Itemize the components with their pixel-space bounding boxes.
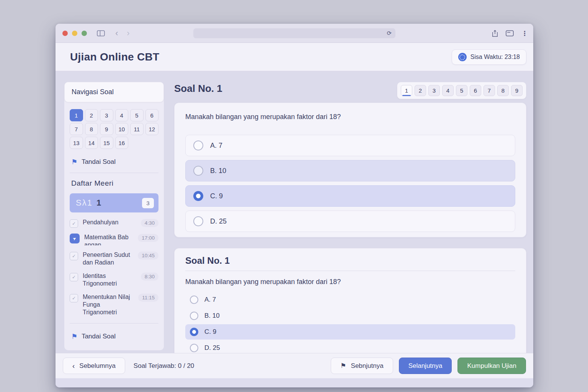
sidebar-divider xyxy=(70,173,158,173)
option-a[interactable]: A. 7 xyxy=(185,135,515,156)
list-item[interactable]: ➤ Matematika Babangan 17:00 xyxy=(70,234,158,245)
item-label: Menentukan Nilaj xyxy=(83,294,130,300)
sidebar: Navigasi Soal 1 2 3 4 5 6 7 8 9 10 11 12… xyxy=(64,82,164,350)
page-1[interactable]: 1 xyxy=(401,85,412,96)
zoom-window-button[interactable] xyxy=(82,31,87,36)
item-label-2: Trigonometri xyxy=(83,280,117,287)
item-label: Identitas xyxy=(83,273,106,279)
forward-icon[interactable]: › xyxy=(122,29,134,38)
radio-icon[interactable] xyxy=(190,296,198,304)
list-item[interactable]: ✓ Pendahulyan 4:30 xyxy=(70,219,158,228)
list-item[interactable]: ✓ Peneertian Sudutdan Radian 10:45 xyxy=(70,251,158,266)
question-number-5[interactable]: 5 xyxy=(130,109,144,121)
page-2[interactable]: 2 xyxy=(415,85,426,96)
option-label: B. 10 xyxy=(210,167,226,175)
list-item[interactable]: ✓ IdentitasTrigonometri 8:30 xyxy=(70,272,158,287)
question-title: Soal No. 1 xyxy=(174,83,222,95)
item-label: Peneertian Sudut xyxy=(83,252,130,258)
active-material-item[interactable]: Sλ1 1 3 xyxy=(70,193,158,212)
close-window-button[interactable] xyxy=(62,31,68,36)
option-label: A. 7 xyxy=(210,142,222,150)
question-number-14[interactable]: 14 xyxy=(85,137,98,149)
page-6[interactable]: 6 xyxy=(470,85,481,96)
question-number-4[interactable]: 4 xyxy=(115,109,129,121)
page-7[interactable]: 7 xyxy=(483,85,495,96)
card-divider xyxy=(185,271,515,271)
question-card: Manakah bilangan yang merupakan faktor d… xyxy=(174,103,526,237)
clock-icon xyxy=(458,53,467,61)
page-5[interactable]: 5 xyxy=(456,85,467,96)
question-number-13[interactable]: 13 xyxy=(70,137,83,149)
chevron-left-icon: ‹ xyxy=(72,362,75,370)
window-bottom-strip xyxy=(56,378,533,387)
radio-icon[interactable] xyxy=(190,344,198,352)
option-b[interactable]: B. 10 xyxy=(185,308,515,323)
tabs-icon[interactable] xyxy=(506,30,514,36)
question-number-6[interactable]: 6 xyxy=(145,109,159,121)
submit-exam-button[interactable]: Kumpulkan Ujian xyxy=(457,358,526,374)
page-3[interactable]: 3 xyxy=(428,85,440,96)
option-b[interactable]: B. 10 xyxy=(185,160,515,181)
question-number-3[interactable]: 3 xyxy=(100,109,113,121)
question-number-8[interactable]: 8 xyxy=(85,123,98,135)
window-controls xyxy=(62,31,87,36)
checkbox-icon[interactable]: ✓ xyxy=(70,294,78,302)
active-item-prefix: Sλ1 xyxy=(76,198,93,208)
next-button[interactable]: Selanjutnya xyxy=(399,358,452,374)
question-number-11[interactable]: 11 xyxy=(130,123,144,135)
radio-selected-icon[interactable] xyxy=(190,328,198,336)
share-icon[interactable] xyxy=(492,30,498,37)
page-title: Ujian Online CBT xyxy=(70,51,159,63)
footer-actions: ⚑ Sebnjutnya Selanjutnya Kumpulkan Ujian xyxy=(331,358,526,374)
question-number-10[interactable]: 10 xyxy=(115,123,129,135)
question-number-1[interactable]: 1 xyxy=(70,109,83,121)
option-d[interactable]: D. 25 xyxy=(185,211,515,232)
option-a[interactable]: A. 7 xyxy=(185,292,515,307)
flag-next-label: Sebnjutnya xyxy=(351,362,384,370)
pagination: 1 2 3 4 5 6 7 8 9 xyxy=(397,82,526,99)
item-duration: 4:30 xyxy=(141,219,158,227)
address-bar[interactable]: ⟳ xyxy=(193,28,395,38)
question-title: Soal No. 1 xyxy=(185,255,515,266)
list-item[interactable]: ✓ Menentukan NilajFunga Triganometri 11:… xyxy=(70,293,158,316)
flag-next-button[interactable]: ⚑ Sebnjutnya xyxy=(331,358,393,374)
item-duration: 10:45 xyxy=(138,252,158,260)
nav-title-card: Navigasi Soal xyxy=(64,82,164,102)
option-label: C. 9 xyxy=(210,192,223,200)
item-duration: 17:00 xyxy=(138,234,158,242)
mark-question-top[interactable]: ⚑ Tandai Soal xyxy=(70,158,158,166)
page-4[interactable]: 4 xyxy=(442,85,454,96)
sidebar-divider xyxy=(70,323,158,323)
option-c-selected[interactable]: C. 9 xyxy=(185,324,515,340)
checkbox-icon[interactable]: ✓ xyxy=(70,273,78,281)
sidebar-toggle-icon[interactable] xyxy=(97,30,105,36)
question-number-15[interactable]: 15 xyxy=(100,137,113,149)
question-number-2[interactable]: 2 xyxy=(85,109,98,121)
question-number-16[interactable]: 16 xyxy=(115,137,129,149)
question-text: Manakah bilangan yang merupakan faktor d… xyxy=(185,278,515,286)
browser-chrome: ‹ › ⟳ ⋮ xyxy=(56,24,533,43)
radio-icon[interactable] xyxy=(193,140,203,150)
option-c-selected[interactable]: C. 9 xyxy=(185,185,515,207)
page-9[interactable]: 9 xyxy=(511,85,523,96)
option-d[interactable]: D. 25 xyxy=(185,340,515,353)
previous-button[interactable]: ‹ Sebelumnya xyxy=(63,358,125,374)
mark-question-bottom[interactable]: ⚑ Tandai Soal xyxy=(70,333,158,340)
timer-text: Sisa Waktu: 23:18 xyxy=(470,54,520,60)
question-number-7[interactable]: 7 xyxy=(70,123,83,135)
radio-icon[interactable] xyxy=(190,312,198,320)
checkbox-icon[interactable]: ✓ xyxy=(70,219,78,228)
minimize-window-button[interactable] xyxy=(72,31,77,36)
back-icon[interactable]: ‹ xyxy=(111,29,122,38)
radio-selected-icon[interactable] xyxy=(193,191,203,201)
flag-icon: ⚑ xyxy=(71,158,77,165)
radio-icon[interactable] xyxy=(193,166,203,176)
question-number-9[interactable]: 9 xyxy=(100,123,113,135)
reload-icon[interactable]: ⟳ xyxy=(387,30,392,37)
checkbox-icon[interactable]: ✓ xyxy=(70,252,78,260)
next-label: Selanjutnya xyxy=(408,362,443,370)
menu-kebab-icon[interactable]: ⋮ xyxy=(521,29,528,38)
radio-icon[interactable] xyxy=(193,216,203,226)
page-8[interactable]: 8 xyxy=(497,85,509,96)
question-number-12[interactable]: 12 xyxy=(145,123,159,135)
